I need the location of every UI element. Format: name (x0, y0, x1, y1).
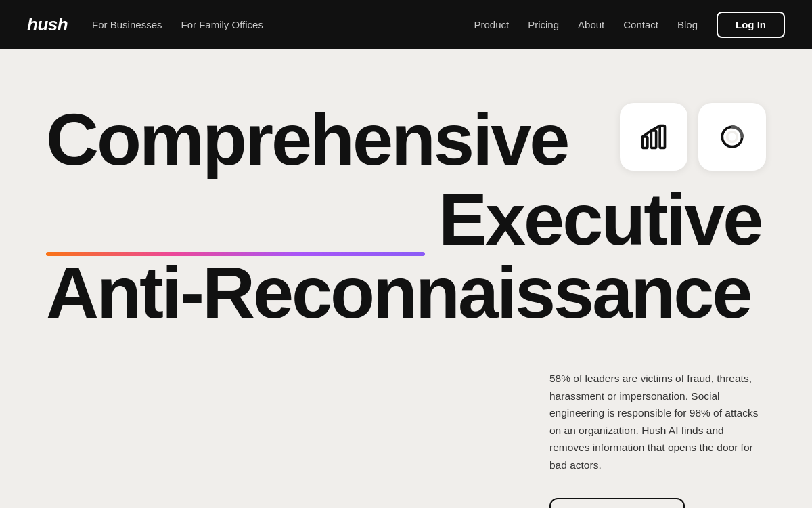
nav-pricing[interactable]: Pricing (528, 19, 559, 30)
nav-links-right: Product Pricing About Contact Blog (474, 19, 698, 30)
nav-links-left: For Businesses For Family Offices (92, 19, 263, 30)
hero-body: 58% of leaders are victims of fraud, thr… (46, 363, 766, 508)
nav-about[interactable]: About (578, 19, 604, 30)
headline-line2: Executive (438, 183, 761, 256)
logo[interactable]: hush (27, 14, 68, 35)
cta-button[interactable]: See It In Action (549, 498, 685, 508)
nav-blog[interactable]: Blog (677, 19, 698, 30)
headline-row2: Executive (46, 183, 766, 256)
headline-line3: Anti-Reconnaissance (46, 256, 766, 329)
hero-section: Comprehensive Executive Anti-Reconnaissa… (0, 49, 812, 508)
headline-block: Comprehensive Executive Anti-Reconnaissa… (46, 103, 766, 329)
nav-product[interactable]: Product (474, 19, 510, 30)
nav-contact[interactable]: Contact (623, 19, 658, 30)
nav-for-businesses[interactable]: For Businesses (92, 19, 162, 30)
hero-description: 58% of leaders are victims of fraud, thr… (549, 370, 766, 473)
nav-for-family-offices[interactable]: For Family Offices (181, 19, 263, 30)
headline-line1: Comprehensive (46, 103, 766, 176)
navbar: hush For Businesses For Family Offices P… (0, 0, 812, 49)
login-button[interactable]: Log In (717, 12, 785, 38)
nav-left: hush For Businesses For Family Offices (27, 14, 263, 35)
hero-right: 58% of leaders are victims of fraud, thr… (549, 363, 766, 508)
nav-right: Product Pricing About Contact Blog Log I… (474, 12, 786, 38)
